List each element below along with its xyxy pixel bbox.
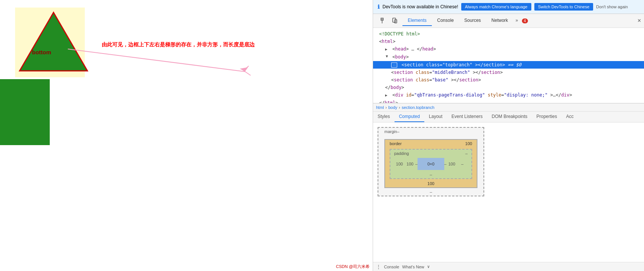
element-picker-btn[interactable] (379, 16, 388, 25)
switch-devtools-btn[interactable]: Switch DevTools to Chinese (534, 3, 593, 11)
whats-new-hint-btn[interactable]: What's New (402, 265, 424, 269)
box-model-diagram: margin – border 100 padding – (378, 127, 484, 196)
tab-console[interactable]: Console (432, 15, 459, 26)
svg-line-2 (68, 49, 245, 72)
always-match-btn[interactable]: Always match Chrome's language (461, 3, 531, 11)
notification-text: DevTools is now available in Chinese! (382, 4, 458, 9)
bottom-hint-bar: ⋮ Console What's New ∨ (373, 262, 644, 271)
device-toggle-btn[interactable] (390, 16, 399, 25)
dont-show-btn[interactable]: Don't show again (596, 5, 628, 9)
green-rectangle (0, 79, 50, 145)
right-border-val1: 100 (447, 162, 457, 166)
left-border-val1: 100 (394, 162, 405, 166)
breadcrumb-sep1: › (385, 105, 387, 110)
dom-section-middlebranch[interactable]: <section class="middleBranch" ></section… (373, 69, 644, 76)
close-devtools-btn[interactable]: × (638, 17, 641, 24)
svg-rect-9 (393, 18, 396, 22)
tab-sources[interactable]: Sources (459, 15, 486, 26)
tab-network[interactable]: Network (486, 15, 513, 26)
csdn-watermark: CSDN @司六米希 (336, 264, 370, 269)
bottom-tabs-bar: Styles Computed Layout Event Listeners D… (373, 112, 644, 122)
dom-section-base[interactable]: <section class="base" ></section> (373, 76, 644, 84)
dom-body-close[interactable]: </body> (373, 84, 644, 91)
chevron-down-hint: ∨ (427, 264, 430, 269)
border-top-val: 100 (465, 141, 472, 146)
breadcrumb-body[interactable]: body (388, 105, 397, 110)
dom-div-qbtrans[interactable]: ▶ <div id="qbTrans-pageTrans-dialog" sty… (373, 91, 644, 99)
dom-section-topbranch[interactable]: ··· <section class="topbranch" ></sectio… (373, 61, 644, 69)
tab-styles[interactable]: Styles (373, 112, 395, 122)
border-box: border 100 padding – 100 100 – (384, 139, 477, 188)
content-box: 0×0 (418, 158, 444, 170)
dom-body-open[interactable]: ▶ <body> (373, 53, 644, 61)
content-size: 0×0 (427, 162, 434, 166)
console-hint-btn[interactable]: Console (384, 265, 399, 269)
tab-dom-breakpoints[interactable]: DOM Breakpoints (487, 112, 532, 122)
left-border-val2: 100 (405, 162, 415, 166)
tab-more[interactable]: » (513, 16, 520, 25)
box-model-area: margin – border 100 padding – (373, 122, 644, 262)
border-bottom-row: 100 (390, 181, 472, 186)
dom-head[interactable]: ▶ <head> … </head> (373, 45, 644, 53)
devtools-toolbar: Elements Console Sources Network » 4 × (373, 14, 644, 28)
devtools-top-tabs: Elements Console Sources Network » (402, 15, 520, 26)
dom-doctype[interactable]: <!DOCTYPE html> (373, 30, 644, 38)
triangle-shape (18, 11, 89, 74)
margin-label: margin (384, 129, 397, 134)
padding-bottom-dash: – (430, 172, 432, 177)
bottom-label: bottom (32, 49, 51, 55)
dom-html-close[interactable]: </html> (373, 99, 644, 103)
console-error-badge: 4 (522, 18, 528, 23)
devtools-notification: ℹ DevTools is now available in Chinese! … (373, 0, 644, 14)
dom-tree[interactable]: <!DOCTYPE html> <html> ▶ <head> … </head… (373, 28, 644, 103)
border-bottom-val: 100 (427, 181, 434, 186)
annotation-text: 由此可见，边框上下左右是梯形的存在，并非方形，而长度是底边 (102, 41, 255, 48)
right-border-val2: – (457, 162, 468, 166)
border-top-row: border 100 (390, 141, 472, 146)
margin-top-val: – (397, 129, 399, 134)
padding-label: padding (394, 151, 409, 156)
margin-top-row: margin – (384, 129, 477, 134)
svg-marker-0 (20, 12, 87, 71)
breadcrumb-sep2: › (399, 105, 400, 110)
devtools-panel: ℹ DevTools is now available in Chinese! … (373, 0, 644, 271)
tab-properties[interactable]: Properties (532, 112, 562, 122)
doctype-text: <!DOCTYPE html> (379, 31, 420, 37)
margin-bottom-row: – (384, 190, 477, 194)
tab-event-listeners[interactable]: Event Listeners (447, 112, 487, 122)
annotation-arrow (64, 30, 260, 79)
breadcrumb-html[interactable]: html (376, 105, 384, 110)
info-icon: ℹ (378, 4, 379, 10)
tab-elements[interactable]: Elements (402, 15, 432, 26)
border-label: border (390, 141, 402, 146)
tab-layout[interactable]: Layout (424, 112, 447, 122)
webpage-preview: bottom 由此可见，边框上下左右是梯形的存在，并非方形，而长度是底边 CSD… (0, 0, 373, 271)
dom-more-btn[interactable]: ··· (391, 63, 397, 67)
svg-line-5 (243, 66, 249, 70)
margin-bottom-dash: – (430, 190, 432, 194)
dom-html-open[interactable]: <html> (373, 38, 644, 45)
tab-accessibility[interactable]: Acc (561, 112, 578, 122)
padding-top-row: padding – (394, 151, 468, 156)
padding-bottom-row: – (394, 172, 468, 177)
tab-computed[interactable]: Computed (395, 112, 424, 122)
svg-line-4 (243, 70, 251, 75)
breadcrumb-section[interactable]: section.topbranch (402, 105, 434, 110)
margin-box: margin – border 100 padding – (378, 127, 484, 196)
padding-dash: – (465, 151, 468, 156)
hint-icon: ⋮ (376, 264, 381, 269)
padding-box: padding – 100 100 – 0×0 – (390, 149, 472, 179)
svg-marker-3 (240, 67, 248, 72)
content-row: 100 100 – 0×0 – 100 – (394, 158, 468, 170)
breadcrumb: html › body › section.topbranch (373, 103, 644, 112)
toolbar-icons (376, 14, 402, 28)
